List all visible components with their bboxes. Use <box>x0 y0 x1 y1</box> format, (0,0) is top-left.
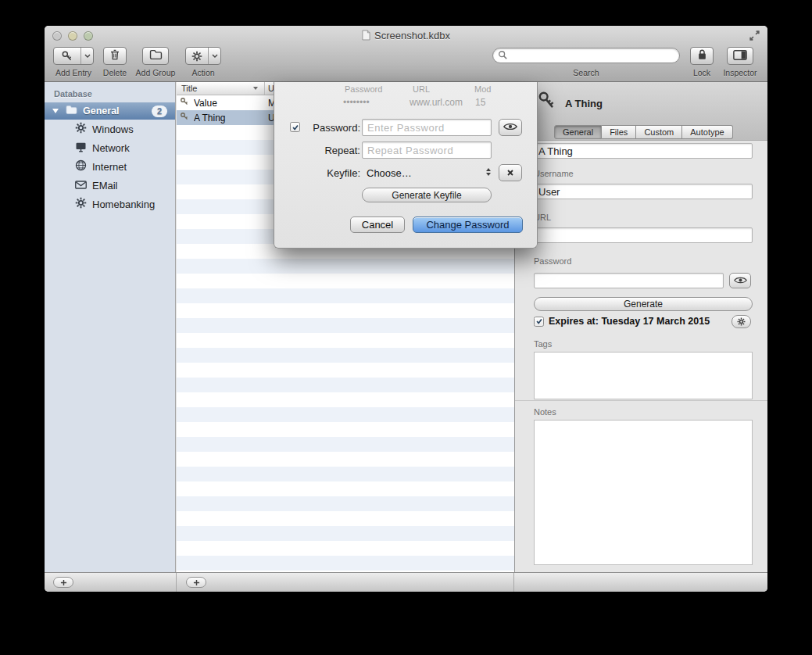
toolbar-item-lock: Lock <box>688 45 716 82</box>
sort-descending-icon <box>253 87 258 90</box>
disclosure-triangle-icon[interactable] <box>52 109 59 113</box>
add-group-button[interactable] <box>142 47 169 65</box>
gear-icon <box>186 48 208 64</box>
sheet-keyfile-label: Keyfile: <box>298 167 360 179</box>
search-field[interactable] <box>492 48 680 63</box>
inspector-entry-title: A Thing <box>565 98 603 109</box>
globe-icon <box>75 159 92 174</box>
delete-label: Delete <box>101 68 129 77</box>
sidebar: Database General 2 Windows Network Inter… <box>45 82 176 572</box>
toolbar-item-action: Action <box>184 45 223 82</box>
generate-password-button[interactable]: Generate <box>534 297 753 311</box>
sidebar-group-general[interactable]: General 2 <box>45 102 175 120</box>
notes-label: Notes <box>534 407 556 417</box>
eye-icon <box>503 120 517 134</box>
ghost-url-value: www.url.com <box>410 97 463 108</box>
column-divider[interactable] <box>264 82 265 95</box>
toolbar-item-add-group: Add Group <box>132 45 179 82</box>
chevron-down-icon[interactable] <box>208 48 220 64</box>
app-window: Screenshot.kdbx Add Entry Delete <box>45 26 767 592</box>
folder-icon <box>149 49 163 63</box>
change-password-button[interactable]: Change Password <box>413 217 523 233</box>
footer-divider <box>176 573 177 592</box>
username-field[interactable] <box>534 184 753 199</box>
padlock-icon <box>697 48 707 64</box>
add-group-footer-button[interactable] <box>53 577 73 588</box>
folder-icon <box>59 105 78 117</box>
ghost-password-dots: •••••••• <box>343 97 370 108</box>
search-icon <box>498 48 507 63</box>
add-entry-button[interactable] <box>53 47 94 65</box>
expires-checkbox[interactable] <box>534 317 544 327</box>
delete-button[interactable] <box>103 47 127 65</box>
tags-input[interactable] <box>534 352 753 399</box>
tags-label: Tags <box>534 339 552 349</box>
inspector-label: Inspector <box>719 68 761 77</box>
section-divider <box>515 400 767 401</box>
group-label: General <box>83 106 120 116</box>
clear-keyfile-button[interactable] <box>499 164 522 181</box>
footer-bar <box>45 572 767 592</box>
sheet-keyfile-row: Keyfile: Choose… <box>274 164 537 181</box>
lock-label: Lock <box>688 68 716 77</box>
footer-divider <box>513 573 514 592</box>
sheet-repeat-row: Repeat: <box>274 141 537 159</box>
key-icon <box>537 91 557 114</box>
sidebar-item-network[interactable]: Network <box>45 138 175 157</box>
toolbar-item-delete: Delete <box>101 45 129 82</box>
keyfile-popup[interactable]: Choose… <box>362 164 492 181</box>
gear-icon <box>75 197 92 211</box>
toolbar-item-search: Search <box>492 45 680 82</box>
window-title: Screenshot.kdbx <box>45 30 767 41</box>
plus-icon <box>60 575 67 589</box>
display-icon <box>75 141 92 155</box>
sidebar-item-internet[interactable]: Internet <box>45 157 175 176</box>
fullscreen-icon[interactable] <box>749 30 761 42</box>
ghost-column-password: Password <box>345 84 382 94</box>
column-header-title[interactable]: Title <box>181 84 197 93</box>
search-label: Search <box>492 68 680 77</box>
ghost-column-url: URL <box>413 84 430 94</box>
sidebar-item-label: EMail <box>92 180 118 191</box>
generate-keyfile-button[interactable]: Generate Keyfile <box>362 188 492 202</box>
sheet-password-input[interactable] <box>362 119 492 136</box>
show-password-button[interactable] <box>729 273 751 288</box>
sheet-show-password-button[interactable] <box>499 119 522 136</box>
gear-icon <box>737 315 746 329</box>
tab-general[interactable]: General <box>554 125 602 139</box>
expires-row: Expires at: Tuesday 17 March 2015 <box>534 316 710 327</box>
add-entry-footer-button[interactable] <box>186 577 206 588</box>
lock-button[interactable] <box>690 47 714 65</box>
action-button[interactable] <box>185 47 221 65</box>
sidebar-item-label: Internet <box>92 161 127 173</box>
notes-input[interactable] <box>534 420 753 565</box>
key-icon <box>180 97 189 109</box>
inspector-tabs: General Files Custom Autotype <box>554 125 733 139</box>
sidebar-item-label: Network <box>92 142 130 154</box>
tab-autotype[interactable]: Autotype <box>682 125 732 139</box>
search-input[interactable] <box>510 50 674 61</box>
eye-icon <box>734 274 747 288</box>
ghost-modified-value: 15 <box>475 97 485 108</box>
tab-custom[interactable]: Custom <box>636 125 682 139</box>
sidebar-item-homebanking[interactable]: Homebanking <box>45 195 175 213</box>
inspector-panel: A Thing General Files Custom Autotype Us… <box>514 82 767 572</box>
expires-settings-button[interactable] <box>732 315 751 328</box>
sheet-repeat-input[interactable] <box>362 141 492 159</box>
titlebar[interactable]: Screenshot.kdbx <box>45 26 767 45</box>
tab-files[interactable]: Files <box>602 125 636 139</box>
url-field[interactable] <box>534 227 753 243</box>
inspector-toggle-button[interactable] <box>727 47 753 65</box>
check-icon <box>535 314 543 328</box>
key-icon <box>180 112 189 123</box>
title-field[interactable] <box>534 143 753 159</box>
gear-icon <box>75 122 92 136</box>
cancel-button[interactable]: Cancel <box>350 217 405 233</box>
chevron-down-icon[interactable] <box>80 48 93 64</box>
content-area: Database General 2 Windows Network Inter… <box>45 82 767 572</box>
sidebar-item-email[interactable]: EMail <box>45 176 175 195</box>
add-entry-label: Add Entry <box>51 68 96 77</box>
action-label: Action <box>184 68 223 77</box>
sidebar-item-windows[interactable]: Windows <box>45 120 175 138</box>
password-field[interactable] <box>534 273 724 288</box>
